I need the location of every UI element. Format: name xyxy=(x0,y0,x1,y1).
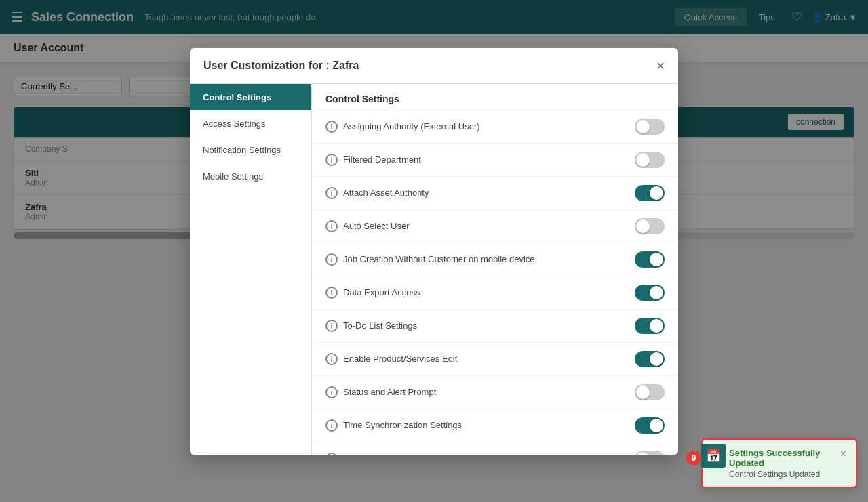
toggle-slider xyxy=(635,119,665,135)
toggle-knob xyxy=(650,186,663,200)
setting-label: Assigning Authority (External User) xyxy=(343,121,480,131)
setting-row: iJob Creation Without Customer on mobile… xyxy=(312,243,678,276)
setting-info: iAsset Requirement Settings xyxy=(326,453,635,455)
toast-close-button[interactable]: × xyxy=(840,448,846,460)
setting-info: iTime Synchronization Settings xyxy=(326,419,635,432)
sidebar-item-label: Mobile Settings xyxy=(203,171,263,182)
toast-title: Settings Successfully Updated xyxy=(729,448,833,468)
setting-row: iFiltered Department xyxy=(312,144,678,177)
setting-row: iAsset Requirement Settings xyxy=(312,442,678,455)
info-icon: i xyxy=(326,453,338,455)
setting-row: iEnable Product/Services Edit xyxy=(312,343,678,376)
info-icon: i xyxy=(326,121,338,133)
setting-toggle-data_export[interactable] xyxy=(635,285,665,301)
setting-toggle-todo_list[interactable] xyxy=(635,318,665,334)
setting-toggle-job_creation[interactable] xyxy=(635,251,665,268)
toggle-knob xyxy=(650,253,663,266)
setting-toggle-attach_asset_authority[interactable] xyxy=(635,185,665,201)
setting-info: iTo-Do List Settings xyxy=(326,320,635,332)
info-icon: i xyxy=(326,353,338,365)
toggle-knob xyxy=(650,352,663,366)
info-icon: i xyxy=(326,386,338,398)
setting-label: Auto Select User xyxy=(343,221,410,231)
setting-label: Time Synchronization Settings xyxy=(343,420,462,430)
sidebar-item-label: Access Settings xyxy=(203,119,266,129)
sidebar-item-label: Notification Settings xyxy=(203,145,281,155)
toggle-slider xyxy=(635,351,665,367)
toggle-knob xyxy=(636,219,650,233)
toggle-slider xyxy=(635,318,665,334)
setting-label: To-Do List Settings xyxy=(343,320,417,331)
setting-toggle-assigning_authority[interactable] xyxy=(635,119,665,135)
toast-body: Settings Successfully Updated Control Se… xyxy=(729,448,833,479)
modal-overlay: User Customization for : Zafra × Control… xyxy=(0,0,868,502)
sidebar-item-label: Control Settings xyxy=(203,92,271,102)
sidebar-item-access[interactable]: Access Settings xyxy=(190,110,311,137)
toggle-knob xyxy=(650,319,663,333)
setting-toggle-asset_requirement[interactable] xyxy=(635,451,665,455)
setting-row: iAuto Select User xyxy=(312,210,678,243)
setting-label: Asset Requirement Settings xyxy=(343,453,452,455)
toggle-knob xyxy=(650,286,663,299)
toggle-slider xyxy=(635,152,665,168)
toggle-slider xyxy=(635,185,665,201)
toggle-knob xyxy=(650,419,663,432)
setting-label: Job Creation Without Customer on mobile … xyxy=(343,254,535,264)
settings-list: iAssigning Authority (External User)iFil… xyxy=(312,110,678,455)
modal-header: User Customization for : Zafra × xyxy=(190,48,678,84)
info-icon: i xyxy=(326,220,338,232)
setting-toggle-auto_select_user[interactable] xyxy=(635,218,665,234)
setting-label: Enable Product/Services Edit xyxy=(343,354,457,364)
modal-sidebar: Control Settings Access Settings Notific… xyxy=(190,84,312,455)
toggle-slider xyxy=(635,285,665,301)
modal-body: Control Settings Access Settings Notific… xyxy=(190,84,678,455)
toggle-slider xyxy=(635,384,665,400)
modal-content-area: Control Settings iAssigning Authority (E… xyxy=(312,84,678,455)
toggle-knob xyxy=(636,153,650,167)
setting-info: iData Export Access xyxy=(326,287,635,299)
customization-modal: User Customization for : Zafra × Control… xyxy=(190,48,678,455)
notification-icon-button[interactable]: 📅 xyxy=(701,444,726,468)
setting-info: iJob Creation Without Customer on mobile… xyxy=(326,253,635,266)
info-icon: i xyxy=(326,187,338,199)
setting-toggle-filtered_department[interactable] xyxy=(635,152,665,168)
toast-subtitle: Control Settings Updated xyxy=(729,469,833,479)
setting-toggle-time_sync[interactable] xyxy=(635,417,665,434)
notification-badge: 9 xyxy=(686,451,701,465)
calendar-icon: 📅 xyxy=(706,448,721,463)
sidebar-item-notification[interactable]: Notification Settings xyxy=(190,137,311,163)
setting-row: iAttach Asset Authority xyxy=(312,177,678,210)
sidebar-item-control[interactable]: Control Settings xyxy=(190,84,311,110)
modal-title: User Customization for : Zafra xyxy=(203,60,359,72)
sidebar-item-mobile[interactable]: Mobile Settings xyxy=(190,163,311,190)
info-icon: i xyxy=(326,419,338,432)
toggle-knob xyxy=(636,385,650,399)
content-header: Control Settings xyxy=(312,84,678,110)
info-icon: i xyxy=(326,320,338,332)
setting-info: iStatus and Alert Prompt xyxy=(326,386,635,398)
setting-row: iStatus and Alert Prompt xyxy=(312,376,678,409)
setting-label: Filtered Department xyxy=(343,154,421,165)
toggle-slider xyxy=(635,451,665,455)
setting-info: iAttach Asset Authority xyxy=(326,187,635,199)
setting-row: iData Export Access xyxy=(312,276,678,310)
toggle-knob xyxy=(636,120,650,133)
setting-toggle-enable_product[interactable] xyxy=(635,351,665,367)
toggle-knob xyxy=(636,452,650,455)
setting-info: iAssigning Authority (External User) xyxy=(326,121,635,133)
setting-label: Status and Alert Prompt xyxy=(343,387,436,397)
toggle-slider xyxy=(635,417,665,434)
setting-toggle-status_alert[interactable] xyxy=(635,384,665,400)
toggle-slider xyxy=(635,251,665,268)
toggle-slider xyxy=(635,218,665,234)
setting-info: iEnable Product/Services Edit xyxy=(326,353,635,365)
setting-row: iAssigning Authority (External User) xyxy=(312,110,678,144)
setting-row: iTime Synchronization Settings xyxy=(312,409,678,442)
info-icon: i xyxy=(326,287,338,299)
content-section-title: Control Settings xyxy=(326,93,665,104)
info-icon: i xyxy=(326,253,338,266)
setting-label: Data Export Access xyxy=(343,287,420,297)
modal-close-button[interactable]: × xyxy=(656,59,665,72)
setting-info: iAuto Select User xyxy=(326,220,635,232)
setting-row: iTo-Do List Settings xyxy=(312,310,678,343)
